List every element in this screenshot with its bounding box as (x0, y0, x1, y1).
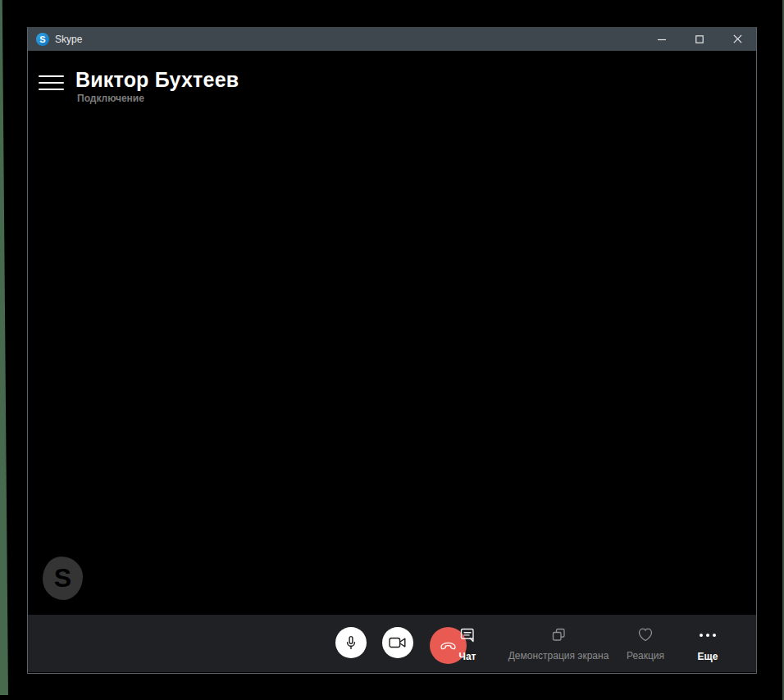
minimize-button[interactable] (643, 27, 681, 51)
chat-icon (459, 627, 476, 643)
chat-label: Чат (459, 651, 476, 662)
skype-call-window: S Skype Виктор Бухтеев (27, 27, 757, 674)
close-icon (733, 34, 742, 43)
screen-share-icon (551, 627, 567, 643)
hamburger-icon (39, 75, 64, 77)
window-controls (643, 27, 756, 51)
screen-share-button[interactable]: Демонстрация экрана (505, 615, 612, 672)
call-toolbar: Чат Демонстрация экрана Реакция Еще (28, 615, 756, 672)
video-camera-button[interactable] (382, 627, 413, 658)
more-button[interactable]: Еще (683, 615, 732, 672)
minimize-icon (658, 35, 666, 43)
skype-logo-icon: S (36, 33, 49, 46)
close-button[interactable] (718, 27, 756, 51)
contact-name: Виктор Бухтеев (75, 68, 239, 92)
ellipsis-icon (700, 627, 716, 643)
menu-button[interactable] (39, 75, 64, 92)
window-titlebar[interactable]: S Skype (28, 27, 756, 51)
call-status: Подключение (77, 93, 144, 104)
microphone-button[interactable] (335, 627, 367, 658)
microphone-icon (343, 634, 359, 651)
reaction-label: Реакция (627, 650, 664, 661)
more-label: Еще (698, 651, 718, 662)
desktop-edge-left (0, 0, 8, 695)
maximize-button[interactable] (681, 27, 718, 51)
call-video-area: Виктор Бухтеев Подключение S (28, 51, 756, 615)
video-camera-icon (389, 636, 407, 649)
screen-share-label: Демонстрация экрана (508, 650, 609, 661)
maximize-icon (695, 35, 704, 43)
avatar: S (43, 557, 83, 600)
heart-icon (637, 627, 654, 643)
window-title: Skype (55, 34, 82, 45)
reaction-button[interactable]: Реакция (613, 615, 678, 672)
chat-button[interactable]: Чат (448, 615, 487, 672)
